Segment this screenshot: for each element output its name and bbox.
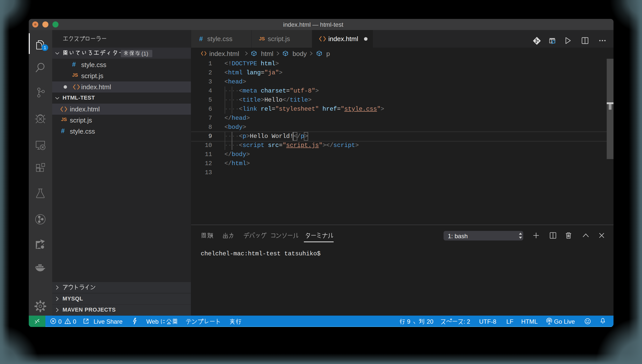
svg-text:1: 1 bbox=[44, 45, 46, 50]
